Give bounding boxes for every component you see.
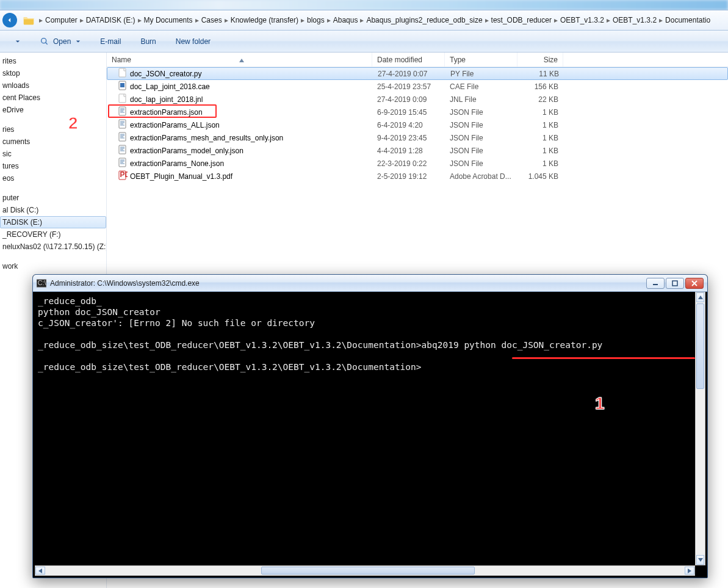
cmd-icon: C:\: [37, 279, 46, 288]
nav-item[interactable]: neluxNas02 (\\172.17.50.15) (Z:): [0, 241, 106, 253]
scroll-left-icon[interactable]: [35, 567, 45, 575]
file-row[interactable]: doc_lap_joint_2018.jnl27-4-2019 0:09JNL …: [107, 93, 728, 106]
file-date: 6-9-2019 15:45: [372, 108, 445, 117]
breadcrumb-segment[interactable]: test_ODB_reducer: [491, 16, 552, 24]
file-row[interactable]: doc_Lap_joint_2018.cae25-4-2019 23:57CAE…: [107, 80, 728, 93]
nav-item[interactable]: eos: [0, 172, 106, 184]
file-icon: [118, 158, 128, 169]
email-button[interactable]: E-mail: [93, 34, 128, 49]
cmd-title: Administrator: C:\Windows\system32\cmd.e…: [50, 279, 643, 288]
nav-item[interactable]: tures: [0, 160, 106, 172]
nav-item[interactable]: sic: [0, 148, 106, 160]
breadcrumb-segment[interactable]: Knowledge (transfer): [231, 16, 298, 24]
arrow-left-icon: [5, 16, 14, 24]
file-date: 6-4-2019 4:20: [372, 121, 445, 129]
scroll-right-icon[interactable]: [685, 567, 694, 575]
nav-back-button[interactable]: [2, 13, 17, 27]
file-date: 2-5-2019 19:12: [372, 172, 445, 181]
scroll-thumb[interactable]: [261, 567, 475, 575]
file-name: extractionParams_None.json: [130, 159, 224, 168]
file-name: doc_Lap_joint_2018.cae: [130, 82, 210, 91]
cmd-titlebar[interactable]: C:\ Administrator: C:\Windows\system32\c…: [33, 275, 707, 292]
file-row[interactable]: doc_JSON_creator.py27-4-2019 0:07PY File…: [107, 67, 728, 80]
file-name: extractionParams_model_only.json: [130, 147, 243, 155]
file-type: JSON File: [445, 108, 517, 117]
file-size: 1 KB: [517, 121, 563, 129]
file-name: extractionParams_mesh_and_results_only.j…: [130, 134, 283, 142]
chevron-right-icon: ▸: [301, 16, 305, 24]
file-row[interactable]: extractionParams_mesh_and_results_only.j…: [107, 131, 728, 144]
svg-rect-3: [120, 83, 124, 87]
email-label: E-mail: [100, 37, 121, 46]
nav-item[interactable]: puter: [0, 192, 106, 204]
scroll-down-icon[interactable]: [696, 555, 704, 565]
file-date: 4-4-2019 1:28: [372, 147, 445, 155]
file-type: JNL File: [445, 95, 517, 104]
file-date: 9-4-2019 23:45: [372, 134, 445, 142]
file-type: JSON File: [445, 147, 517, 155]
file-row[interactable]: extractionParams.json6-9-2019 15:45JSON …: [107, 106, 728, 118]
minimize-button[interactable]: [646, 278, 665, 289]
file-icon: [118, 119, 128, 131]
file-name: doc_JSON_creator.py: [130, 70, 201, 78]
nav-item[interactable]: TADISK (E:): [0, 216, 106, 228]
scroll-up-icon[interactable]: [696, 292, 704, 302]
cmd-scrollbar-vertical[interactable]: [695, 292, 705, 565]
file-row[interactable]: extractionParams_None.json22-3-2019 0:22…: [107, 157, 728, 170]
nav-item[interactable]: cent Places: [0, 92, 106, 104]
breadcrumb-segment[interactable]: OEBT_v1.3.2: [560, 16, 604, 24]
breadcrumb-segment[interactable]: Computer: [45, 16, 77, 24]
file-icon: [118, 81, 128, 92]
open-button[interactable]: Open: [33, 34, 87, 49]
column-size[interactable]: Size: [517, 53, 563, 67]
nav-item[interactable]: rites: [0, 55, 106, 67]
column-date[interactable]: Date modified: [372, 53, 445, 67]
cmd-output[interactable]: _reduce_odb_ python doc_JSON_creator c_J…: [33, 292, 707, 578]
nav-item[interactable]: ries: [0, 123, 106, 136]
folder-icon: [23, 15, 34, 25]
breadcrumb-segment[interactable]: Abaqus_plugins2_reduce_odb_size: [366, 16, 482, 24]
new-folder-label: New folder: [176, 37, 211, 46]
chevron-right-icon: ▸: [554, 16, 558, 24]
column-headers[interactable]: Name Date modified Type Size: [107, 53, 728, 67]
address-bar: ▸Computer▸DATADISK (E:)▸My Documents▸Cas…: [0, 10, 728, 31]
breadcrumb-segment[interactable]: blogs: [307, 16, 325, 24]
scroll-thumb[interactable]: [696, 303, 704, 389]
file-type: Adobe Acrobat D...: [445, 172, 517, 181]
column-type[interactable]: Type: [445, 53, 517, 67]
nav-item[interactable]: al Disk (C:): [0, 204, 106, 216]
cmd-scrollbar-horizontal[interactable]: [35, 565, 695, 576]
svg-rect-4: [119, 94, 126, 103]
nav-item[interactable]: wnloads: [0, 79, 106, 92]
close-button[interactable]: [685, 278, 704, 289]
nav-item[interactable]: cuments: [0, 136, 106, 148]
file-row[interactable]: extractionParams_ALL.json6-4-2019 4:20JS…: [107, 118, 728, 131]
file-icon: [118, 106, 128, 118]
chevron-right-icon: ▸: [39, 16, 43, 24]
file-row[interactable]: extractionParams_model_only.json4-4-2019…: [107, 144, 728, 157]
breadcrumb-segment[interactable]: Abaqus: [333, 16, 358, 24]
nav-item[interactable]: work: [0, 260, 106, 272]
nav-item[interactable]: _RECOVERY (F:): [0, 228, 106, 241]
file-icon: [118, 132, 128, 143]
file-row[interactable]: PDFOEBT_Plugin_Manual_v1.3.pdf2-5-2019 1…: [107, 170, 728, 183]
background-taskbar-blur: [0, 0, 728, 10]
open-icon: [40, 37, 49, 46]
cmd-window[interactable]: C:\ Administrator: C:\Windows\system32\c…: [32, 274, 708, 578]
nav-item[interactable]: eDrive: [0, 104, 106, 116]
breadcrumb-segment[interactable]: My Documents: [144, 16, 193, 24]
maximize-button[interactable]: [666, 278, 684, 289]
breadcrumb-segment[interactable]: Documentatio: [665, 16, 710, 24]
column-name[interactable]: Name: [107, 53, 372, 67]
nav-item[interactable]: sktop: [0, 67, 106, 79]
breadcrumb-segment[interactable]: DATADISK (E:): [86, 16, 135, 24]
breadcrumb-segment[interactable]: OEBT_v1.3.2: [613, 16, 657, 24]
burn-button[interactable]: Burn: [134, 34, 162, 49]
file-size: 1 KB: [517, 108, 563, 117]
file-type: JSON File: [445, 121, 517, 129]
organize-button[interactable]: [4, 36, 27, 47]
file-name: OEBT_Plugin_Manual_v1.3.pdf: [130, 172, 232, 181]
file-name: extractionParams.json: [130, 108, 203, 117]
new-folder-button[interactable]: New folder: [169, 34, 217, 49]
breadcrumb-segment[interactable]: Cases: [201, 16, 222, 24]
